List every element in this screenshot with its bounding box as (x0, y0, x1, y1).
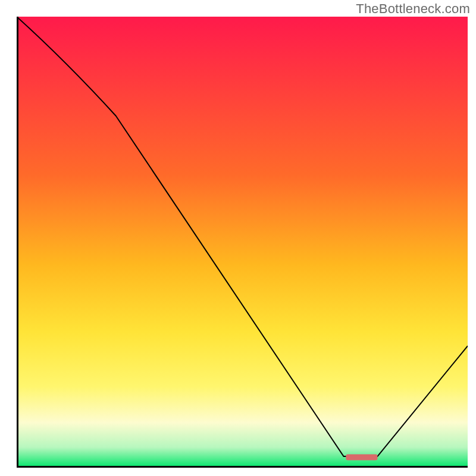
watermark-label: TheBottleneck.com (356, 1, 470, 17)
sweet-spot-marker (346, 455, 377, 461)
chart-background-gradient (17, 17, 468, 468)
bottleneck-chart (17, 17, 468, 468)
